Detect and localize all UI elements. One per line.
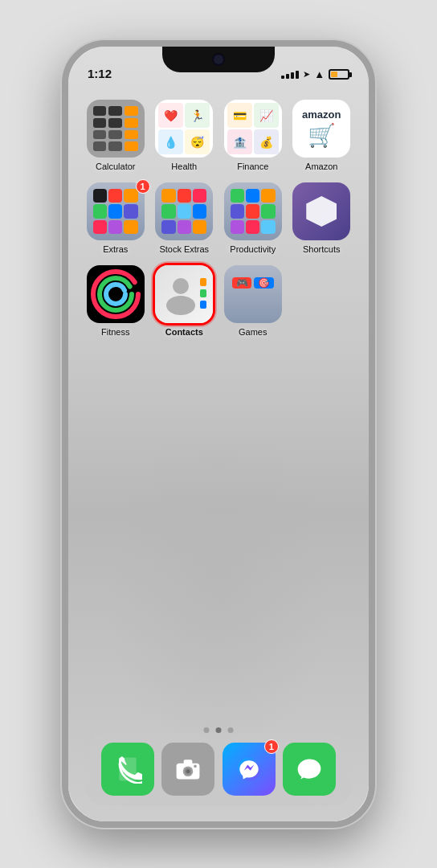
app-item-health[interactable]: ❤️ 🏃 💧 😴 Health <box>153 100 216 171</box>
app-item-fitness[interactable]: Fitness <box>84 265 147 337</box>
extras-label: Extras <box>103 244 128 254</box>
status-time: 1:12 <box>88 67 112 80</box>
svg-rect-5 <box>200 301 206 309</box>
app-item-extras[interactable]: 1 Extras <box>84 182 147 254</box>
app-item-shortcuts[interactable]: Shortcuts <box>291 182 353 254</box>
svg-point-7 <box>166 296 195 315</box>
extras-icon <box>87 182 145 240</box>
page-dot-2[interactable] <box>216 727 222 733</box>
app-item-stock-extras[interactable]: Stock Extras <box>153 182 216 254</box>
phone-screen: 1:12 ➤ ▲ <box>68 47 369 821</box>
power-button[interactable] <box>374 191 375 256</box>
page-dots <box>204 727 234 733</box>
svg-rect-9 <box>184 760 193 764</box>
dock: 1 <box>84 733 353 805</box>
fitness-icon <box>87 265 145 323</box>
calculator-icon <box>87 100 145 158</box>
page-dot-3[interactable] <box>228 727 234 733</box>
volume-down-button[interactable] <box>62 235 63 280</box>
battery-fill <box>331 72 337 77</box>
contacts-label: Contacts <box>165 327 203 337</box>
stock-extras-icon <box>155 182 213 240</box>
app-item-games[interactable]: 🎮 🎯 Games <box>222 265 284 337</box>
app-item-productivity[interactable]: Productivity <box>222 182 284 254</box>
page-dot-1[interactable] <box>204 727 210 733</box>
location-icon: ➤ <box>303 69 310 80</box>
games-icon: 🎮 🎯 <box>224 265 282 323</box>
svg-point-12 <box>186 769 190 773</box>
amazon-text-label: amazon <box>302 108 341 121</box>
shortcuts-label: Shortcuts <box>303 244 340 254</box>
contacts-icon <box>155 265 213 323</box>
finance-label: Finance <box>237 162 268 171</box>
messenger-badge: 1 <box>264 739 279 754</box>
volume-up-button[interactable] <box>62 182 63 227</box>
phone-frame: 1:12 ➤ ▲ <box>62 40 375 828</box>
calculator-label: Calculator <box>96 162 136 171</box>
svg-rect-4 <box>200 289 206 297</box>
app-item-finance[interactable]: 💳 📈 🏦 💰 Finance <box>222 100 284 171</box>
shortcuts-icon <box>292 182 350 240</box>
shortcuts-shape <box>306 196 337 227</box>
fitness-label: Fitness <box>101 327 129 337</box>
dock-item-phone[interactable] <box>101 743 154 796</box>
finance-icon: 💳 📈 🏦 💰 <box>224 100 282 158</box>
wifi-icon: ▲ <box>314 68 325 80</box>
games-label: Games <box>239 327 267 337</box>
extras-badge: 1 <box>136 179 150 194</box>
health-label: Health <box>171 162 197 171</box>
svg-point-13 <box>194 765 197 768</box>
amazon-icon: amazon 🛒 <box>292 100 350 158</box>
app-item-calculator[interactable]: Calculator <box>84 100 147 171</box>
signal-bars-icon <box>281 71 299 79</box>
amazon-cart-icon: 🛒 <box>308 122 336 149</box>
productivity-icon <box>224 182 282 240</box>
amazon-label: Amazon <box>305 162 337 171</box>
dock-item-camera[interactable] <box>161 743 214 796</box>
battery-icon <box>329 69 349 80</box>
productivity-label: Productivity <box>230 244 276 254</box>
app-item-contacts[interactable]: Contacts <box>153 265 216 337</box>
health-icon: ❤️ 🏃 💧 😴 <box>155 100 213 158</box>
status-icons: ➤ ▲ <box>281 68 349 80</box>
app-item-amazon[interactable]: amazon 🛒 Amazon <box>291 100 353 171</box>
svg-point-6 <box>173 278 189 294</box>
home-grid: Calculator ❤️ 🏃 💧 😴 Health <box>68 92 369 345</box>
svg-rect-3 <box>200 278 206 286</box>
dock-item-messenger[interactable]: 1 <box>223 743 276 796</box>
notch <box>162 47 275 72</box>
dock-item-messages[interactable] <box>283 743 336 796</box>
stock-extras-label: Stock Extras <box>159 244 209 254</box>
svg-point-2 <box>106 285 125 304</box>
